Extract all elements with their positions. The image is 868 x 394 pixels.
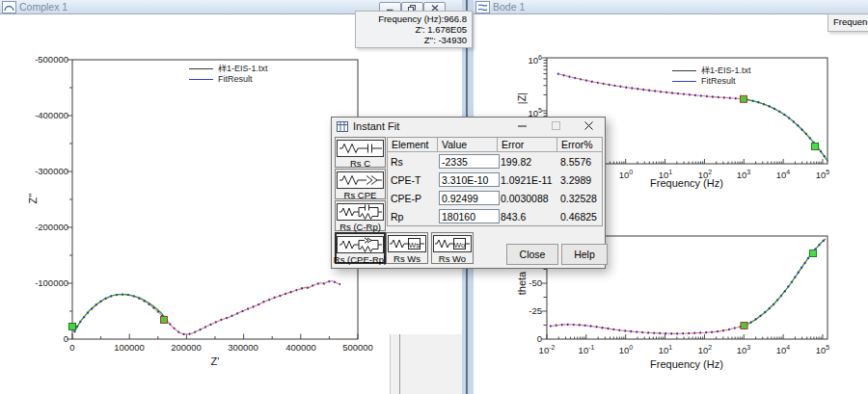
tooltip-z-imag: Z'': -34930 [361, 35, 467, 45]
instant-fit-dialog: Instant Fit Rs C [331, 117, 606, 269]
bode-phase-ytick: -25 [508, 305, 542, 317]
param-name: Rs [391, 156, 403, 168]
param-name: CPE-P [391, 193, 421, 204]
bode-mag-xlabel: Frequency (Hz) [610, 177, 764, 189]
bode-phase-xtick: 102 [691, 342, 719, 356]
nyquist-xtick: 300000 [214, 342, 272, 354]
bode-mag-fit-range-marker-low[interactable] [741, 95, 747, 102]
legend-data-line [672, 70, 696, 71]
dialog-close-icon[interactable] [577, 119, 602, 133]
nyquist-ytick: -500000 [1, 54, 68, 66]
bode-mag-xtick: 104 [769, 167, 798, 181]
instant-fit-icon [337, 121, 348, 132]
nyquist-xtick: 200000 [157, 342, 215, 354]
param-value-input[interactable] [439, 209, 500, 223]
legend-fit-line [189, 79, 213, 80]
nyquist-xtick: 0 [43, 342, 101, 354]
nyquist-fit-range-marker-low[interactable] [69, 324, 76, 330]
bode-legend: 样1-EIS-1.txt FitResult [672, 66, 751, 87]
dialog-maximize-icon-disabled [544, 119, 569, 133]
nyquist-ytick: -400000 [1, 110, 68, 121]
nyquist-window-icon [2, 1, 16, 13]
param-error: 843.6 [501, 211, 526, 223]
bode-phase-fit-range-marker-high[interactable] [810, 250, 817, 257]
param-error: 1.0921E-11 [501, 174, 553, 186]
table-header-value[interactable]: Value [438, 138, 498, 152]
legend-fit-label: FitResult [701, 76, 736, 87]
circuit-button-label: Rs CPE [344, 190, 377, 200]
circuit-button-rs-cpe-rp-selected[interactable]: Rs (CPE-Rp) [335, 232, 386, 264]
circuit-button-rs-ws[interactable]: Ws Rs Ws [386, 232, 428, 264]
bode-window-icon [475, 1, 490, 13]
nyquist-ytick: -200000 [1, 222, 68, 233]
tooltip-frequency: Frequency (Hz):966.8 [361, 13, 467, 24]
rs-cpe-rp-circuit-icon [337, 236, 384, 253]
tooltip-frequency-clipped: Frequenc [833, 16, 868, 27]
param-value-input[interactable] [439, 154, 500, 169]
circuit-button-rs-c[interactable]: Rs C [335, 137, 386, 168]
table-header-error-pct[interactable]: Error% [557, 138, 602, 152]
bode-window-titlebar[interactable]: Bode 1 [474, 0, 868, 14]
svg-text:Wo: Wo [454, 241, 466, 250]
param-value-input[interactable] [439, 191, 500, 205]
param-name: Rp [391, 211, 403, 223]
dialog-titlebar[interactable]: Instant Fit [332, 118, 605, 135]
rs-c-rp-circuit-icon [337, 203, 384, 221]
legend-fit-line [672, 81, 696, 82]
nyquist-plot-area[interactable] [72, 60, 358, 339]
bode-mag-xtick: 105 [808, 167, 837, 181]
bode-mag-ytick: 106 [503, 52, 542, 66]
bode-phase-xlabel: Frequency (Hz) [610, 358, 764, 370]
legend-data-label: 样1-EIS-1.txt [701, 66, 751, 76]
nyquist-xtick: 400000 [272, 342, 330, 354]
cursor-readout-tooltip-clipped: Frequenc [827, 13, 868, 32]
bode-mag-ylabel: |Z| [516, 79, 528, 118]
complex-window-title: Complex 1 [19, 1, 68, 13]
bode-phase-xtick: 10-2 [532, 342, 561, 356]
bode-phase-xtick: 100 [611, 342, 640, 356]
nyquist-ytick: -300000 [1, 166, 68, 177]
param-value-input[interactable] [439, 172, 500, 187]
bode-phase-xtick: 101 [651, 342, 680, 356]
param-error-pct: 8.5576 [560, 156, 591, 168]
bode-mag-fit-range-marker-high[interactable] [812, 144, 819, 150]
bode-window-title: Bode 1 [493, 1, 525, 13]
param-error: 0.0030088 [501, 193, 549, 204]
legend-fit-label: FitResult [218, 74, 253, 85]
help-button[interactable]: Help [561, 244, 608, 265]
param-error-pct: 0.46825 [560, 211, 597, 223]
bode-phase-xtick: 103 [729, 342, 758, 356]
dialog-minimize-icon[interactable] [510, 119, 535, 133]
panel-divider-line [399, 334, 400, 394]
legend-data-line [189, 68, 213, 69]
circuit-button-label: Rs (C-Rp) [339, 222, 381, 232]
svg-text:Ws: Ws [409, 241, 420, 250]
circuit-button-rs-c-rp[interactable]: Rs (C-Rp) [335, 200, 386, 231]
rs-wo-circuit-icon: Wo [433, 235, 472, 252]
tooltip-z-real: Z': 1.678E05 [361, 24, 467, 35]
rs-c-circuit-icon [337, 140, 384, 157]
circuit-button-label: Rs (CPE-Rp) [334, 254, 387, 265]
rs-cpe-circuit-icon [337, 171, 384, 189]
close-button[interactable]: Close [506, 244, 558, 265]
fit-parameter-table: Element Value Error Error% Rs 199.82 8.5… [387, 137, 603, 226]
param-error-pct: 0.32528 [560, 193, 597, 204]
cursor-readout-tooltip: Frequency (Hz):966.8 Z': 1.678E05 Z'': -… [355, 11, 473, 48]
circuit-button-label: Rs Wo [439, 253, 466, 264]
bode-phase-fit-range-marker-low[interactable] [741, 323, 747, 329]
legend-data-label: 样1-EIS-1.txt [218, 64, 268, 74]
nyquist-ytick: -100000 [1, 277, 68, 289]
circuit-button-rs-wo[interactable]: Wo Rs Wo [431, 232, 474, 264]
circuit-button-rs-cpe[interactable]: Rs CPE [335, 169, 386, 199]
table-header-error[interactable]: Error [498, 138, 557, 152]
param-name: CPE-T [391, 174, 421, 186]
nyquist-legend: 样1-EIS-1.txt FitResult [189, 64, 268, 85]
bode-phase-ylabel: theta [516, 264, 528, 302]
table-header-element[interactable]: Element [388, 138, 438, 152]
rs-ws-circuit-icon: Ws [388, 235, 426, 252]
bode-phase-xtick: 10-1 [572, 342, 601, 356]
nyquist-xlabel: Z' [167, 355, 263, 367]
nyquist-ylabel: Z'' [27, 179, 39, 218]
nyquist-xtick: 100000 [100, 342, 158, 354]
nyquist-fit-range-marker-high[interactable] [161, 317, 168, 324]
